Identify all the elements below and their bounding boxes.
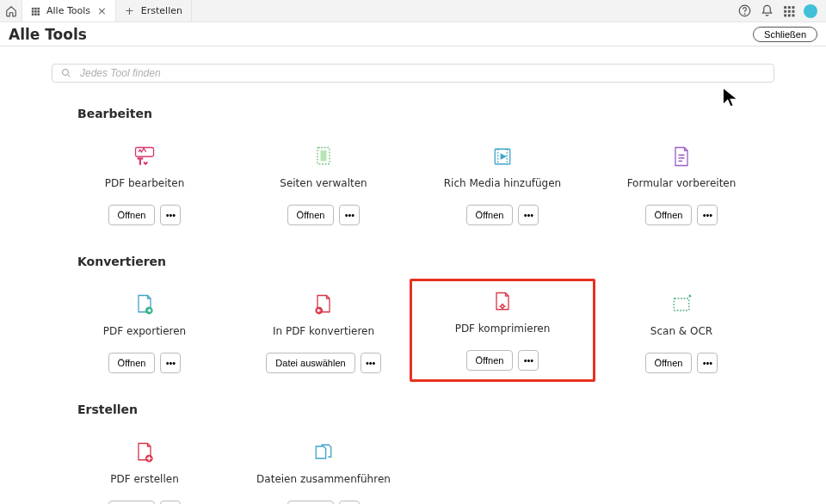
tool-export-pdf: PDF exportieren Öffnen ••• (55, 282, 234, 378)
tab-label: Alle Tools (46, 5, 90, 16)
section-title-create: Erstellen (77, 403, 774, 416)
tool-label: Dateien zusammenführen (256, 473, 391, 485)
tab-label: Erstellen (141, 5, 182, 16)
svg-rect-8 (38, 13, 40, 15)
svg-rect-11 (784, 6, 786, 9)
scan-ocr-icon (669, 292, 693, 317)
svg-rect-24 (321, 151, 327, 161)
avatar[interactable] (804, 4, 817, 18)
tool-create-pdf-convert: In PDF konvertieren Datei auswählen ••• (234, 282, 413, 378)
open-button[interactable]: Öffnen (108, 353, 156, 373)
section-title-convert: Konvertieren (77, 255, 774, 268)
more-button[interactable]: ••• (361, 353, 381, 373)
svg-rect-16 (792, 9, 795, 12)
bell-icon[interactable] (759, 3, 774, 19)
svg-rect-3 (32, 10, 34, 13)
tool-label: PDF bearbeiten (105, 177, 185, 189)
create-pdf-icon (133, 440, 157, 464)
close-button[interactable]: Schließen (753, 27, 817, 42)
more-button[interactable]: ••• (160, 205, 181, 225)
tab-all-tools[interactable]: Alle Tools × (22, 0, 116, 22)
grid-icon (31, 7, 40, 15)
tool-create-pdf: PDF erstellen Öffnen ••• (55, 430, 234, 504)
plus-icon: + (125, 4, 134, 17)
more-button[interactable]: ••• (339, 501, 360, 504)
tab-create[interactable]: + Erstellen (116, 0, 192, 22)
tool-label: PDF komprimieren (455, 323, 551, 335)
svg-rect-5 (38, 10, 40, 13)
open-button[interactable]: Öffnen (108, 501, 156, 504)
tool-label: PDF erstellen (110, 473, 179, 485)
section-title-edit: Bearbeiten (77, 107, 774, 120)
svg-point-20 (63, 70, 69, 76)
help-icon[interactable] (737, 3, 752, 19)
svg-rect-6 (32, 13, 34, 15)
open-button[interactable]: Öffnen (466, 350, 514, 371)
open-button[interactable]: Öffnen (645, 205, 693, 225)
svg-rect-13 (792, 6, 795, 9)
tool-rich-media: Rich Media hinzufügen Öffnen ••• (413, 134, 592, 230)
compress-pdf-icon (490, 290, 515, 314)
tool-organize-pages: Seiten verwalten Öffnen ••• (234, 134, 413, 230)
page-title: Alle Tools (9, 26, 87, 43)
select-file-button[interactable]: Datei auswählen (266, 353, 354, 373)
tool-label: Scan & OCR (650, 325, 712, 337)
svg-rect-0 (32, 7, 34, 9)
svg-rect-18 (788, 14, 791, 16)
tool-combine-files: Dateien zusammenführen Öffnen ••• (234, 430, 413, 504)
tool-compress-pdf: PDF komprimieren Öffnen ••• (410, 279, 595, 382)
svg-rect-4 (34, 10, 37, 13)
svg-rect-7 (34, 13, 37, 15)
svg-rect-12 (788, 6, 791, 9)
tab-close-icon[interactable]: × (97, 4, 107, 17)
tool-label: Seiten verwalten (280, 177, 367, 189)
prepare-form-icon (669, 144, 693, 169)
svg-rect-29 (674, 298, 689, 310)
svg-rect-14 (784, 9, 786, 12)
home-button[interactable] (0, 0, 22, 22)
svg-point-28 (501, 305, 504, 309)
open-button[interactable]: Öffnen (287, 501, 335, 504)
more-button[interactable]: ••• (160, 501, 181, 504)
more-button[interactable]: ••• (518, 205, 539, 225)
search-box[interactable] (52, 64, 774, 83)
tool-scan-ocr: Scan & OCR Öffnen ••• (592, 282, 771, 378)
edit-pdf-icon: T⌄ (133, 144, 157, 169)
rich-media-icon (490, 144, 515, 169)
svg-rect-19 (792, 14, 795, 16)
organize-pages-icon (311, 144, 336, 169)
apps-grid-icon[interactable] (781, 3, 797, 19)
more-button[interactable]: ••• (339, 205, 360, 225)
more-button[interactable]: ••• (160, 353, 181, 373)
svg-text:T⌄: T⌄ (137, 157, 149, 166)
search-input[interactable] (80, 67, 765, 79)
svg-rect-1 (34, 7, 37, 9)
tool-label: Formular vorbereiten (627, 177, 737, 189)
tool-prepare-form: Formular vorbereiten Öffnen ••• (592, 134, 771, 230)
tool-label: PDF exportieren (103, 325, 186, 337)
more-button[interactable]: ••• (518, 350, 539, 371)
convert-to-pdf-icon (311, 292, 336, 317)
open-button[interactable]: Öffnen (108, 205, 156, 225)
search-icon (61, 68, 71, 78)
export-pdf-icon (133, 292, 157, 317)
svg-rect-15 (788, 9, 791, 12)
open-button[interactable]: Öffnen (287, 205, 335, 225)
combine-files-icon (311, 440, 336, 464)
open-button[interactable]: Öffnen (466, 205, 514, 225)
svg-point-10 (744, 14, 745, 15)
more-button[interactable]: ••• (697, 205, 718, 225)
open-button[interactable]: Öffnen (645, 353, 693, 373)
svg-rect-2 (38, 7, 40, 9)
more-button[interactable]: ••• (697, 353, 718, 373)
tool-edit-pdf: T⌄ PDF bearbeiten Öffnen ••• (55, 134, 234, 230)
tool-label: In PDF konvertieren (273, 325, 374, 337)
svg-rect-17 (784, 14, 786, 16)
tool-label: Rich Media hinzufügen (444, 177, 561, 189)
